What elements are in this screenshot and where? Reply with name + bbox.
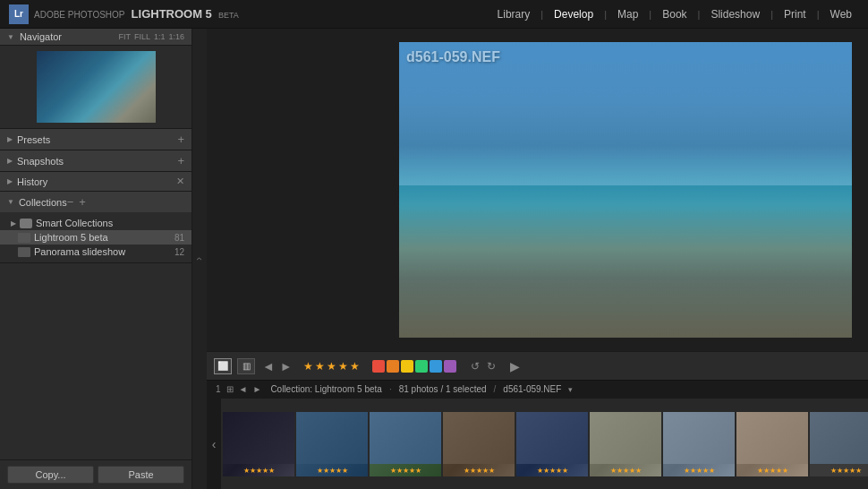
slideshow-play[interactable]: ▶ <box>506 359 523 373</box>
navigator-header[interactable]: ▼ Navigator FIT FILL 1:1 1:16 <box>0 29 191 46</box>
filmstrip-thumb-8[interactable]: ★★★★★ <box>736 412 808 476</box>
thumb-stars-2: ★★★★★ <box>317 467 348 475</box>
toolbar-nav: ◄ ► <box>260 359 294 373</box>
status-page-num: 1 <box>214 384 223 394</box>
rotate-btns: ↺ ↻ <box>469 360 498 373</box>
navigator-preview[interactable] <box>37 51 156 123</box>
flag-purple[interactable] <box>444 360 456 373</box>
thumb-stars-7: ★★★★★ <box>684 467 715 475</box>
snapshots-add[interactable]: + <box>177 154 184 167</box>
snapshots-header[interactable]: ▶ Snapshots + <box>0 150 191 171</box>
nav-develop[interactable]: Develop <box>547 6 600 22</box>
left-panel-buttons: Copy... Paste <box>0 459 191 489</box>
history-panel: ▶ History ✕ <box>0 172 191 192</box>
flag-orange[interactable] <box>387 360 399 373</box>
smart-coll-icon <box>20 219 32 228</box>
filmstrip-thumb-9[interactable]: ★★★★★ <box>810 412 868 476</box>
collection-icon <box>18 233 30 243</box>
nav-web[interactable]: Web <box>823 6 859 22</box>
filmstrip-thumb-7[interactable]: ★★★★★ <box>663 412 735 476</box>
next-photo[interactable]: ► <box>278 359 294 373</box>
history-header[interactable]: ▶ History ✕ <box>0 172 191 191</box>
navigator-triangle: ▼ <box>7 33 14 41</box>
star-1[interactable]: ★ <box>303 360 313 373</box>
presets-header[interactable]: ▶ Presets + <box>0 129 191 150</box>
path-dropdown[interactable]: ▾ <box>568 385 573 394</box>
flag-green[interactable] <box>415 360 428 373</box>
star-4[interactable]: ★ <box>338 360 348 373</box>
filmstrip-inner: ★★★★★ ★★★★★ ★★★★★ ★★★★★ ★★★★★ <box>221 408 868 480</box>
navigator-label: Navigator <box>20 31 62 42</box>
filmstrip-thumb-3[interactable]: ★★★★★ <box>370 412 441 476</box>
history-label: History <box>17 176 47 187</box>
status-collection: Collection: Lightroom 5 beta <box>270 384 382 394</box>
nav-slideshow[interactable]: Slideshow <box>703 6 767 22</box>
filmstrip-prev[interactable]: ‹ <box>207 399 221 489</box>
collections-add[interactable]: + <box>79 195 86 209</box>
view-fill[interactable]: FILL <box>134 32 150 41</box>
nav-library[interactable]: Library <box>490 6 538 22</box>
collections-header[interactable]: ▼ Collections − + <box>0 192 191 212</box>
paste-button[interactable]: Paste <box>98 466 184 484</box>
star-5[interactable]: ★ <box>350 360 360 373</box>
center-panel: d561-059.NEF <box>207 29 868 489</box>
flag-red[interactable] <box>372 360 385 373</box>
history-triangle: ▶ <box>7 177 13 185</box>
history-clear[interactable]: ✕ <box>176 176 184 187</box>
rotate-left[interactable]: ↺ <box>469 360 481 373</box>
navigator-panel: ▼ Navigator FIT FILL 1:1 1:16 <box>0 29 191 129</box>
snapshots-triangle: ▶ <box>7 157 13 165</box>
star-2[interactable]: ★ <box>315 360 325 373</box>
copy-button[interactable]: Copy... <box>7 466 94 484</box>
collection-lr5beta-count: 81 <box>174 233 184 243</box>
presets-panel: ▶ Presets + <box>0 129 191 150</box>
status-info: 81 photos / 1 selected <box>399 384 487 394</box>
rotate-right[interactable]: ↻ <box>485 360 498 373</box>
flag-blue[interactable] <box>430 360 442 373</box>
svg-rect-0 <box>399 42 852 185</box>
nav-print[interactable]: Print <box>777 6 813 22</box>
next-btn[interactable]: ► <box>251 384 263 394</box>
thumb-stars-4: ★★★★★ <box>464 467 495 475</box>
smart-collections-label: Smart Collections <box>36 218 113 228</box>
collections-panel: ▼ Collections − + ▶ Smart Collections Li… <box>0 192 191 263</box>
collections-label: Collections <box>19 197 67 208</box>
prev-photo[interactable]: ◄ <box>260 359 277 373</box>
collection-icon-2 <box>18 247 30 257</box>
filmstrip-thumb-1[interactable]: ★★★★★ <box>223 412 294 476</box>
nav-map[interactable]: Map <box>610 6 645 22</box>
view-1-16[interactable]: 1:16 <box>168 32 184 41</box>
thumb-stars-3: ★★★★★ <box>390 467 421 475</box>
smart-collections-item[interactable]: ▶ Smart Collections <box>0 216 191 230</box>
left-panel-collapse[interactable]: ‹ <box>192 29 207 489</box>
collection-lr5beta[interactable]: Lightroom 5 beta 81 <box>0 230 191 244</box>
color-labels <box>372 360 456 373</box>
filmstrip-thumb-4[interactable]: ★★★★★ <box>443 412 515 476</box>
filmstrip-thumb-6[interactable]: ★★★★★ <box>590 412 661 476</box>
grid-view-btn[interactable]: ⊞ <box>225 384 235 394</box>
view-1-1[interactable]: 1:1 <box>154 32 166 41</box>
star-rating[interactable]: ★ ★ ★ ★ ★ <box>303 360 360 373</box>
view-fit[interactable]: FIT <box>118 32 131 41</box>
flag-yellow[interactable] <box>401 360 413 373</box>
photo-overlay <box>399 42 852 338</box>
filmstrip-thumb-5[interactable]: ★★★★★ <box>516 412 588 476</box>
nav-book[interactable]: Book <box>655 6 694 22</box>
collection-panorama[interactable]: Panorama slideshow 12 <box>0 244 191 259</box>
thumb-stars-8: ★★★★★ <box>757 467 788 475</box>
collections-minus[interactable]: − <box>67 195 74 209</box>
star-3[interactable]: ★ <box>327 360 336 373</box>
prev-btn[interactable]: ◄ <box>237 384 250 394</box>
app-logo: Lr ADOBE PHOTOSHOP LIGHTROOM 5 BETA <box>9 4 239 24</box>
filmstrip-status-bar: 1 ⊞ ◄ ► Collection: Lightroom 5 beta · 8… <box>207 380 868 398</box>
navigation-menu: Library | Develop | Map | Book | Slidesh… <box>490 6 859 22</box>
tool-compare[interactable]: ▥ <box>237 358 255 374</box>
tool-loupe[interactable]: ⬜ <box>214 358 232 374</box>
status-filename: d561-059.NEF <box>503 384 561 394</box>
navigator-view-buttons: FIT FILL 1:1 1:16 <box>118 32 184 41</box>
photo-view[interactable]: d561-059.NEF <box>207 29 868 351</box>
main-area: ▼ Navigator FIT FILL 1:1 1:16 ▶ Presets … <box>0 29 868 489</box>
thumb-stars-9: ★★★★★ <box>830 467 862 475</box>
presets-add[interactable]: + <box>177 133 184 146</box>
filmstrip-thumb-2[interactable]: ★★★★★ <box>296 412 368 476</box>
